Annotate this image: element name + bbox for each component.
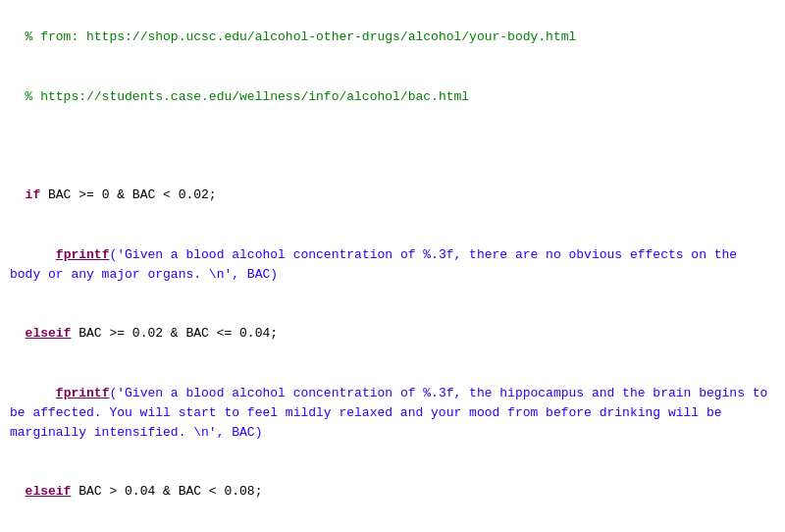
comment-line-1: % from: https://shop.ucsc.edu/alcohol-ot… <box>26 29 577 44</box>
string-1: ('Given a blood alcohol concentration of… <box>10 247 745 282</box>
fprintf-2: fprintf <box>56 386 110 400</box>
condition-2: BAC >= 0.02 & BAC <= 0.04; <box>71 326 278 341</box>
string-2: ('Given a blood alcohol concentration of… <box>10 386 775 440</box>
keyword-elseif-2: elseif <box>26 484 72 499</box>
condition-1: BAC >= 0 & BAC < 0.02; <box>40 187 216 202</box>
code-display: % from: https://shop.ucsc.edu/alcohol-ot… <box>10 8 775 532</box>
keyword-if-1: if <box>26 187 41 202</box>
indent-1 <box>26 247 56 262</box>
fprintf-1: fprintf <box>56 247 110 262</box>
indent-2 <box>26 386 56 400</box>
condition-3: BAC > 0.04 & BAC < 0.08; <box>71 484 262 499</box>
keyword-elseif-1: elseif <box>26 326 72 341</box>
comment-line-2: % https://students.case.edu/wellness/inf… <box>26 89 469 104</box>
